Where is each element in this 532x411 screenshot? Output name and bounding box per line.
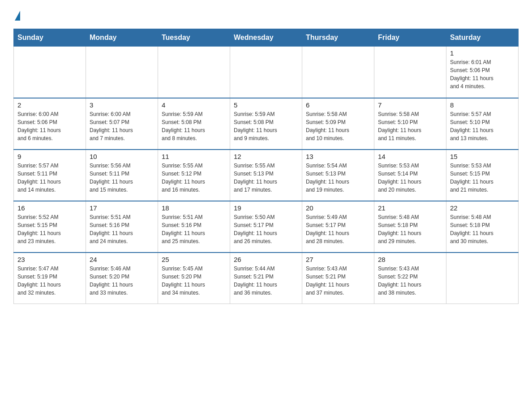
- day-number: 28: [378, 256, 442, 263]
- day-header-thursday: Thursday: [302, 29, 374, 47]
- day-number: 21: [378, 204, 442, 212]
- calendar-cell: [158, 47, 230, 98]
- calendar-cell: 21Sunrise: 5:48 AM Sunset: 5:18 PM Dayli…: [374, 201, 446, 253]
- page-header: [13, 9, 519, 20]
- day-number: 27: [306, 256, 370, 263]
- day-number: 13: [306, 153, 370, 160]
- calendar-cell: 19Sunrise: 5:50 AM Sunset: 5:17 PM Dayli…: [230, 201, 302, 253]
- calendar-cell: 15Sunrise: 5:53 AM Sunset: 5:15 PM Dayli…: [446, 150, 519, 201]
- day-header-wednesday: Wednesday: [230, 29, 302, 47]
- day-number: 3: [90, 101, 154, 109]
- logo: [13, 9, 20, 20]
- day-header-saturday: Saturday: [446, 29, 519, 47]
- day-info: Sunrise: 5:50 AM Sunset: 5:17 PM Dayligh…: [234, 213, 298, 245]
- day-info: Sunrise: 6:00 AM Sunset: 5:07 PM Dayligh…: [90, 110, 154, 142]
- day-number: 23: [17, 256, 82, 263]
- calendar-cell: 3Sunrise: 6:00 AM Sunset: 5:07 PM Daylig…: [86, 98, 158, 150]
- day-number: 17: [90, 204, 154, 212]
- day-number: 4: [162, 101, 226, 109]
- day-info: Sunrise: 5:49 AM Sunset: 5:17 PM Dayligh…: [306, 213, 370, 245]
- day-number: 20: [306, 204, 370, 212]
- calendar-cell: 23Sunrise: 5:47 AM Sunset: 5:19 PM Dayli…: [14, 253, 86, 304]
- calendar-cell: 7Sunrise: 5:58 AM Sunset: 5:10 PM Daylig…: [374, 98, 446, 150]
- calendar-cell: 28Sunrise: 5:43 AM Sunset: 5:22 PM Dayli…: [374, 253, 446, 304]
- calendar-cell: [86, 47, 158, 98]
- day-info: Sunrise: 5:58 AM Sunset: 5:10 PM Dayligh…: [378, 110, 442, 142]
- calendar-cell: 18Sunrise: 5:51 AM Sunset: 5:16 PM Dayli…: [158, 201, 230, 253]
- day-info: Sunrise: 5:48 AM Sunset: 5:18 PM Dayligh…: [450, 213, 515, 245]
- day-info: Sunrise: 5:45 AM Sunset: 5:20 PM Dayligh…: [162, 265, 226, 297]
- calendar-cell: 4Sunrise: 5:59 AM Sunset: 5:08 PM Daylig…: [158, 98, 230, 150]
- calendar-cell: 17Sunrise: 5:51 AM Sunset: 5:16 PM Dayli…: [86, 201, 158, 253]
- calendar-header-row: SundayMondayTuesdayWednesdayThursdayFrid…: [14, 29, 519, 47]
- day-info: Sunrise: 6:00 AM Sunset: 5:06 PM Dayligh…: [17, 110, 82, 142]
- day-info: Sunrise: 5:48 AM Sunset: 5:18 PM Dayligh…: [378, 213, 442, 245]
- calendar-cell: 8Sunrise: 5:57 AM Sunset: 5:10 PM Daylig…: [446, 98, 519, 150]
- day-number: 19: [234, 204, 298, 212]
- day-info: Sunrise: 5:58 AM Sunset: 5:09 PM Dayligh…: [306, 110, 370, 142]
- day-header-monday: Monday: [86, 29, 158, 47]
- day-number: 5: [234, 101, 298, 109]
- day-number: 24: [90, 256, 154, 263]
- day-number: 22: [450, 204, 515, 212]
- day-info: Sunrise: 5:52 AM Sunset: 5:15 PM Dayligh…: [17, 213, 82, 245]
- calendar-cell: 26Sunrise: 5:44 AM Sunset: 5:21 PM Dayli…: [230, 253, 302, 304]
- day-number: 25: [162, 256, 226, 263]
- calendar-cell: 5Sunrise: 5:59 AM Sunset: 5:08 PM Daylig…: [230, 98, 302, 150]
- day-info: Sunrise: 5:55 AM Sunset: 5:12 PM Dayligh…: [162, 162, 226, 194]
- calendar-cell: 25Sunrise: 5:45 AM Sunset: 5:20 PM Dayli…: [158, 253, 230, 304]
- day-number: 14: [378, 153, 442, 160]
- day-info: Sunrise: 5:51 AM Sunset: 5:16 PM Dayligh…: [90, 213, 154, 245]
- calendar-cell: 6Sunrise: 5:58 AM Sunset: 5:09 PM Daylig…: [302, 98, 374, 150]
- week-row-5: 23Sunrise: 5:47 AM Sunset: 5:19 PM Dayli…: [14, 253, 519, 304]
- calendar-cell: 12Sunrise: 5:55 AM Sunset: 5:13 PM Dayli…: [230, 150, 302, 201]
- calendar-cell: 14Sunrise: 5:53 AM Sunset: 5:14 PM Dayli…: [374, 150, 446, 201]
- calendar-cell: 10Sunrise: 5:56 AM Sunset: 5:11 PM Dayli…: [86, 150, 158, 201]
- day-info: Sunrise: 5:59 AM Sunset: 5:08 PM Dayligh…: [234, 110, 298, 142]
- day-number: 12: [234, 153, 298, 160]
- week-row-1: 1Sunrise: 6:01 AM Sunset: 5:06 PM Daylig…: [14, 47, 519, 98]
- day-info: Sunrise: 5:53 AM Sunset: 5:15 PM Dayligh…: [450, 162, 515, 194]
- day-info: Sunrise: 5:55 AM Sunset: 5:13 PM Dayligh…: [234, 162, 298, 194]
- day-number: 26: [234, 256, 298, 263]
- day-number: 1: [450, 49, 515, 57]
- day-info: Sunrise: 5:51 AM Sunset: 5:16 PM Dayligh…: [162, 213, 226, 245]
- day-info: Sunrise: 5:56 AM Sunset: 5:11 PM Dayligh…: [90, 162, 154, 194]
- calendar-cell: 1Sunrise: 6:01 AM Sunset: 5:06 PM Daylig…: [446, 47, 519, 98]
- day-info: Sunrise: 5:53 AM Sunset: 5:14 PM Dayligh…: [378, 162, 442, 194]
- calendar-cell: [230, 47, 302, 98]
- calendar-cell: 27Sunrise: 5:43 AM Sunset: 5:21 PM Dayli…: [302, 253, 374, 304]
- day-info: Sunrise: 5:47 AM Sunset: 5:19 PM Dayligh…: [17, 265, 82, 297]
- day-number: 8: [450, 101, 515, 109]
- calendar-cell: 9Sunrise: 5:57 AM Sunset: 5:11 PM Daylig…: [14, 150, 86, 201]
- week-row-2: 2Sunrise: 6:00 AM Sunset: 5:06 PM Daylig…: [14, 98, 519, 150]
- day-info: Sunrise: 5:43 AM Sunset: 5:21 PM Dayligh…: [306, 265, 370, 297]
- logo-triangle-icon: [15, 11, 20, 21]
- day-info: Sunrise: 5:57 AM Sunset: 5:11 PM Dayligh…: [17, 162, 82, 194]
- calendar-cell: 2Sunrise: 6:00 AM Sunset: 5:06 PM Daylig…: [14, 98, 86, 150]
- calendar-table: SundayMondayTuesdayWednesdayThursdayFrid…: [13, 29, 519, 304]
- day-number: 16: [17, 204, 82, 212]
- day-number: 15: [450, 153, 515, 160]
- day-header-friday: Friday: [374, 29, 446, 47]
- day-info: Sunrise: 5:43 AM Sunset: 5:22 PM Dayligh…: [378, 265, 442, 297]
- calendar-cell: [302, 47, 374, 98]
- week-row-4: 16Sunrise: 5:52 AM Sunset: 5:15 PM Dayli…: [14, 201, 519, 253]
- day-info: Sunrise: 6:01 AM Sunset: 5:06 PM Dayligh…: [450, 58, 515, 90]
- day-number: 11: [162, 153, 226, 160]
- day-info: Sunrise: 5:59 AM Sunset: 5:08 PM Dayligh…: [162, 110, 226, 142]
- calendar-cell: 22Sunrise: 5:48 AM Sunset: 5:18 PM Dayli…: [446, 201, 519, 253]
- day-header-sunday: Sunday: [14, 29, 86, 47]
- calendar-cell: [14, 47, 86, 98]
- day-info: Sunrise: 5:54 AM Sunset: 5:13 PM Dayligh…: [306, 162, 370, 194]
- day-number: 6: [306, 101, 370, 109]
- day-number: 7: [378, 101, 442, 109]
- day-info: Sunrise: 5:57 AM Sunset: 5:10 PM Dayligh…: [450, 110, 515, 142]
- week-row-3: 9Sunrise: 5:57 AM Sunset: 5:11 PM Daylig…: [14, 150, 519, 201]
- calendar-cell: [374, 47, 446, 98]
- day-header-tuesday: Tuesday: [158, 29, 230, 47]
- calendar-cell: 24Sunrise: 5:46 AM Sunset: 5:20 PM Dayli…: [86, 253, 158, 304]
- day-number: 2: [17, 101, 82, 109]
- calendar-cell: [446, 253, 519, 304]
- day-info: Sunrise: 5:44 AM Sunset: 5:21 PM Dayligh…: [234, 265, 298, 297]
